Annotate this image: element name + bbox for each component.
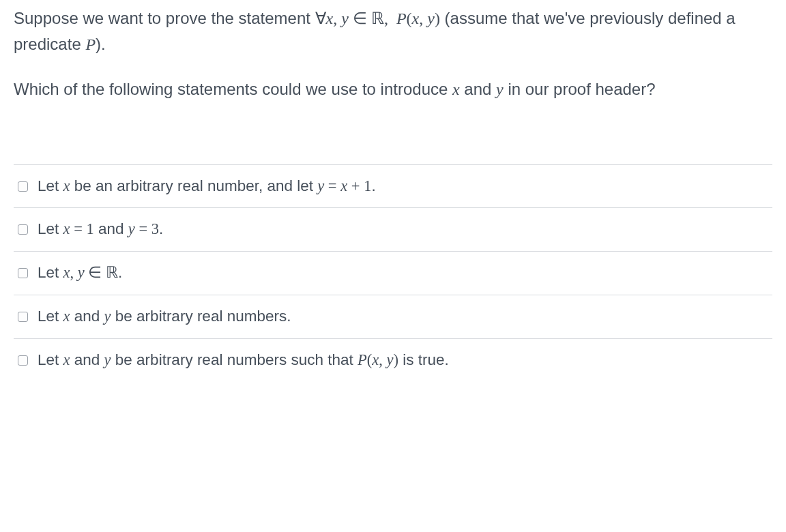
- option-label: Let x be an arbitrary real number, and l…: [38, 175, 376, 198]
- opt-text: Let: [38, 351, 63, 368]
- opt-math: y: [104, 308, 111, 325]
- opt-text: and: [94, 220, 128, 237]
- opt-text: .: [159, 220, 163, 237]
- q-p2-mid: and: [460, 80, 496, 98]
- checkbox[interactable]: [18, 312, 28, 322]
- opt-text: is true.: [398, 351, 449, 368]
- option-row[interactable]: Let x and y be arbitrary real numbers su…: [14, 338, 772, 382]
- opt-text: Let: [38, 177, 63, 194]
- option-row[interactable]: Let x, y ∈ ℝ.: [14, 251, 772, 295]
- opt-math: y: [104, 351, 111, 368]
- opt-math: y = x + 1: [317, 177, 371, 194]
- option-label: Let x, y ∈ ℝ.: [38, 261, 122, 285]
- q-p1-m2: P: [85, 35, 96, 53]
- checkbox[interactable]: [18, 224, 28, 235]
- checkbox[interactable]: [18, 268, 28, 278]
- opt-math: x = 1: [63, 220, 94, 237]
- opt-math: x: [63, 308, 70, 325]
- option-row[interactable]: Let x = 1 and y = 3.: [14, 207, 772, 251]
- option-label: Let x and y be arbitrary real numbers.: [38, 305, 291, 329]
- option-row[interactable]: Let x be an arbitrary real number, and l…: [14, 164, 772, 208]
- opt-text: and: [70, 308, 104, 325]
- opt-text: Let: [38, 308, 63, 325]
- opt-math: y = 3: [128, 220, 159, 237]
- option-label: Let x = 1 and y = 3.: [38, 218, 163, 241]
- checkbox[interactable]: [18, 181, 28, 192]
- opt-math: x, y ∈ ℝ: [63, 264, 119, 281]
- opt-text: and: [70, 351, 104, 368]
- opt-text: .: [118, 264, 122, 281]
- options-list: Let x be an arbitrary real number, and l…: [14, 164, 772, 382]
- opt-math: x: [63, 177, 70, 194]
- q-p2-y: y: [496, 80, 504, 98]
- opt-math: x: [63, 351, 70, 368]
- opt-text: be arbitrary real numbers.: [111, 308, 291, 325]
- question-paragraph-2: Which of the following statements could …: [14, 76, 772, 102]
- q-p1-pre: Suppose we want to prove the statement: [14, 9, 315, 27]
- opt-math: P(x, y): [358, 351, 398, 368]
- opt-text: be an arbitrary real number, and let: [70, 177, 318, 194]
- question-paragraph-1: Suppose we want to prove the statement ∀…: [14, 5, 772, 57]
- checkbox[interactable]: [18, 355, 28, 366]
- opt-text: Let: [38, 264, 63, 281]
- option-row[interactable]: Let x and y be arbitrary real numbers.: [14, 295, 772, 338]
- opt-text: be arbitrary real numbers such that: [111, 351, 358, 368]
- q-p2-pre: Which of the following statements could …: [14, 80, 452, 98]
- option-label: Let x and y be arbitrary real numbers su…: [38, 349, 449, 372]
- q-p2-post: in our proof header?: [504, 80, 656, 98]
- opt-text: Let: [38, 220, 63, 237]
- q-p2-x: x: [452, 80, 460, 98]
- q-p1-end: ).: [96, 35, 106, 53]
- opt-text: .: [371, 177, 375, 194]
- question-text: Suppose we want to prove the statement ∀…: [14, 5, 772, 103]
